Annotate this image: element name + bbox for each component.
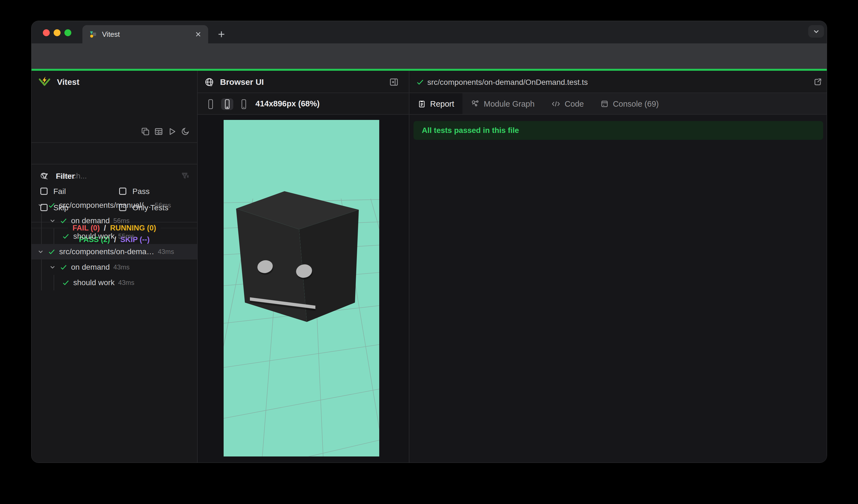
minimize-window-button[interactable]: [54, 29, 61, 36]
pass-check-icon: [62, 232, 70, 240]
tab-console[interactable]: Console (69): [592, 93, 667, 115]
vitest-logo-icon: [38, 76, 51, 88]
panel-right-icon[interactable]: [389, 77, 399, 87]
tab-report[interactable]: Report: [409, 93, 462, 115]
checkbox-fail-label[interactable]: Fail: [53, 187, 66, 196]
filter-funnel-icon: [40, 173, 49, 181]
browser-panel-header: Browser UI: [197, 71, 409, 93]
tree-row-file-selected[interactable]: src/components/on-dema… 43ms: [32, 244, 197, 259]
device-viewport[interactable]: [224, 120, 379, 456]
tree-row-suite[interactable]: on demand 43ms: [32, 259, 197, 275]
pass-check-icon: [48, 248, 55, 256]
browser-toolbar: localhost:5173/#/?file=1828625563: [32, 43, 827, 69]
dashboard-icon[interactable]: [154, 127, 163, 136]
browser-panel-title: Browser UI: [220, 77, 264, 87]
tree-row-suite[interactable]: on demand 56ms: [32, 213, 197, 228]
report-panel-header: src/components/on-demand/OnDemand.test.t…: [409, 71, 827, 93]
tab-title: Vitest: [102, 30, 190, 39]
chevron-down-icon: [37, 202, 44, 209]
report-tabs: Report Module Graph Code Console (69): [409, 93, 827, 115]
chevron-down-icon: [49, 264, 56, 271]
module-graph-icon: [471, 99, 480, 108]
device-phone-plus-icon[interactable]: [223, 99, 231, 110]
pass-check-icon: [60, 263, 67, 271]
zoom-window-button[interactable]: [64, 29, 71, 36]
dark-mode-moon-icon[interactable]: [181, 127, 190, 136]
clipboard-icon: [418, 99, 426, 108]
code-icon: [551, 99, 560, 108]
new-tab-button[interactable]: [217, 29, 226, 39]
tree-row-test[interactable]: should work 43ms: [32, 275, 197, 290]
tab-strip: Vitest: [32, 21, 827, 43]
close-window-button[interactable]: [43, 29, 50, 36]
tree-row-file[interactable]: src/components/manual/… 56ms: [32, 198, 197, 213]
search-bar[interactable]: Search...: [32, 143, 197, 164]
banner-text: All tests passed in this file: [422, 126, 519, 135]
tree-row-test[interactable]: should work 55ms: [32, 228, 197, 244]
checkbox-fail[interactable]: [41, 188, 48, 195]
chevron-down-icon: [37, 248, 44, 255]
checkbox-pass[interactable]: [119, 188, 126, 195]
run-all-icon[interactable]: [168, 127, 176, 136]
console-icon: [600, 99, 609, 108]
pass-check-icon: [416, 78, 424, 86]
vitest-favicon-icon: [89, 30, 98, 39]
app-title: Vitest: [57, 77, 79, 87]
all-tests-passed-banner: All tests passed in this file: [414, 121, 823, 140]
browser-preview-area: [197, 115, 409, 463]
test-file-path[interactable]: src/components/on-demand/OnDemand.test.t…: [427, 78, 588, 87]
device-size-label[interactable]: 414x896px (68%): [255, 99, 320, 108]
browser-tab[interactable]: Vitest: [82, 25, 208, 43]
threejs-cube-scene: [224, 120, 379, 456]
sidebar: Vitest: [32, 71, 197, 463]
tab-code[interactable]: Code: [543, 93, 592, 115]
pass-check-icon: [62, 279, 70, 287]
tab-module-graph[interactable]: Module Graph: [462, 93, 543, 115]
device-phone-icon[interactable]: [207, 99, 214, 110]
checkbox-pass-label[interactable]: Pass: [132, 187, 149, 196]
globe-icon: [205, 77, 214, 87]
browser-window: Vitest: [31, 21, 827, 463]
sidebar-header: Vitest: [32, 71, 197, 93]
open-external-icon[interactable]: [813, 77, 822, 87]
pass-check-icon: [48, 201, 55, 209]
tab-search-button[interactable]: [808, 25, 824, 37]
preview-windows-icon[interactable]: [141, 127, 150, 136]
device-toolbar: 414x896px (68%): [197, 93, 409, 115]
report-content: All tests passed in this file: [409, 115, 827, 463]
pass-check-icon: [60, 217, 67, 225]
filter-title: Filter: [56, 172, 75, 181]
clear-filter-icon[interactable]: [181, 173, 190, 181]
test-run-progress-bar: [32, 69, 827, 71]
chevron-down-icon: [49, 217, 56, 224]
chevron-down-icon: [812, 27, 821, 36]
device-phone-dash-icon[interactable]: [240, 99, 248, 110]
close-tab-icon[interactable]: [194, 30, 202, 38]
